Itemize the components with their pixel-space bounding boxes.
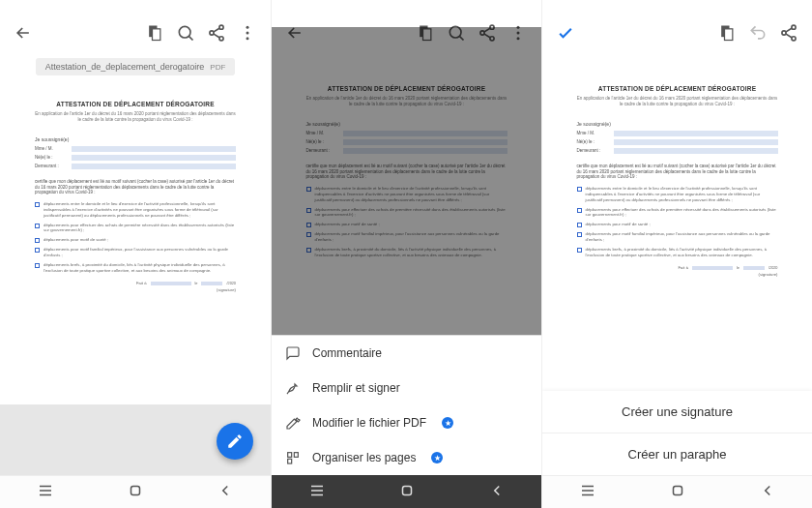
svg-rect-19: [288, 453, 292, 458]
nav-home-icon[interactable]: [127, 482, 144, 503]
svg-rect-24: [725, 29, 733, 41]
nav-back-icon[interactable]: [759, 482, 776, 503]
file-name: Attestation_de_deplacement_derogatoire: [45, 62, 205, 72]
svg-rect-9: [130, 486, 139, 494]
svg-rect-28: [673, 486, 682, 494]
premium-badge-icon: ★: [431, 452, 443, 463]
share-icon[interactable]: [201, 17, 232, 48]
svg-rect-20: [294, 453, 298, 458]
svg-point-6: [246, 26, 249, 29]
file-chip: Attestation_de_deplacement_derogatoire P…: [0, 52, 271, 85]
svg-point-8: [246, 37, 249, 40]
done-icon[interactable]: [550, 17, 581, 48]
create-initials-button[interactable]: Créer un paraphe: [542, 433, 812, 475]
search-icon[interactable]: [170, 17, 201, 48]
action-comment[interactable]: Commentaire: [272, 336, 541, 371]
document-page: ATTESTATION DE DÉPLACEMENT DÉROGATOIRE E…: [23, 85, 247, 300]
appbar-edit: [542, 14, 812, 52]
system-nav: [0, 475, 271, 508]
screen-fill-sign: ATTESTATION DE DÉPLACEMENT DÉROGATOIRE E…: [541, 0, 812, 508]
back-icon[interactable]: [8, 17, 39, 48]
pages-icon[interactable]: [711, 17, 742, 48]
screen-viewer: Attestation_de_deplacement_derogatoire P…: [0, 0, 271, 508]
appbar: [0, 14, 271, 52]
nav-recent-icon[interactable]: [308, 482, 326, 503]
overflow-icon[interactable]: [232, 17, 263, 48]
pages-icon[interactable]: [139, 17, 170, 48]
share-icon[interactable]: [773, 17, 804, 48]
svg-rect-22: [402, 486, 411, 494]
edit-fab[interactable]: [217, 423, 253, 460]
file-ext: PDF: [210, 63, 225, 72]
svg-rect-1: [153, 29, 160, 41]
nav-back-icon[interactable]: [488, 482, 506, 503]
premium-badge-icon: ★: [442, 417, 453, 429]
action-fill-sign[interactable]: Remplir et signer: [272, 371, 541, 405]
svg-point-2: [179, 26, 190, 38]
nav-recent-icon[interactable]: [579, 482, 596, 503]
nav-back-icon[interactable]: [217, 482, 234, 503]
nav-home-icon[interactable]: [398, 482, 416, 503]
doc-title: ATTESTATION DE DÉPLACEMENT DÉROGATOIRE: [35, 101, 236, 107]
signature-sheet: Créer une signature Créer un paraphe: [542, 391, 812, 475]
nav-recent-icon[interactable]: [37, 482, 54, 503]
svg-rect-21: [288, 459, 292, 463]
action-edit-pdf[interactable]: Modifier le fichier PDF ★: [272, 405, 541, 440]
nav-home-icon[interactable]: [669, 482, 686, 503]
action-sheet: Commentaire Remplir et signer Modifier l…: [272, 335, 541, 475]
doc-subtitle: En application de l'article 1er du décre…: [35, 111, 236, 123]
create-signature-button[interactable]: Créer une signature: [542, 391, 812, 433]
svg-point-7: [246, 32, 249, 35]
action-organize[interactable]: Organiser les pages ★: [272, 440, 541, 475]
undo-icon[interactable]: [742, 17, 773, 48]
screen-actionsheet: ATTESTATION DE DÉPLACEMENT DÉROGATOIRE E…: [271, 0, 541, 508]
